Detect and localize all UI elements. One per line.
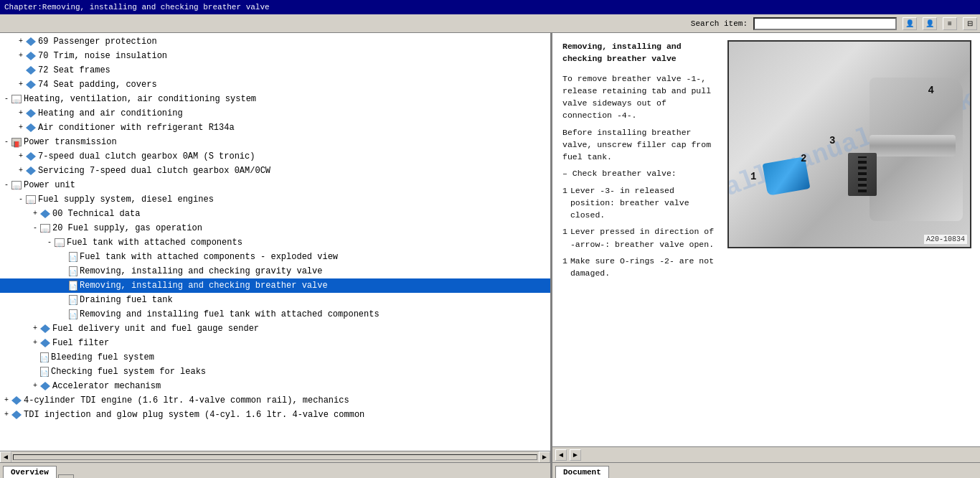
tree-item-13[interactable]: + 00 Technical data <box>0 207 550 221</box>
expander[interactable]: + <box>30 322 40 335</box>
doc-icon: 📄 <box>69 252 77 262</box>
tree-item-24[interactable]: 📄 Checking fuel system for leaks <box>0 365 550 379</box>
label-4: 4 <box>928 85 934 96</box>
left-hscroll[interactable]: ◄ ► <box>0 451 550 462</box>
expander[interactable]: + <box>1 394 11 407</box>
doc-icon: 📄 <box>69 281 77 291</box>
doc-nav-left[interactable]: ◄ <box>555 449 567 461</box>
tree-item-19[interactable]: 📄 Draining fuel tank <box>0 293 550 307</box>
tree-label: 4-cylinder TDI engine (1.6 ltr. 4-valve … <box>24 394 349 407</box>
doc-icon: 📄 <box>69 295 77 305</box>
tree-item-8[interactable]: - 📕 Power transmission <box>0 135 550 149</box>
tree-label: Heating, ventilation, air conditioning s… <box>24 93 256 106</box>
right-nav: ◄ ► <box>552 446 980 462</box>
left-panel: + 69 Passenger protection + 70 Trim, noi… <box>0 33 552 478</box>
expander[interactable]: + <box>16 121 26 134</box>
user-btn-1[interactable]: 👤 <box>903 17 917 30</box>
doc-item3-text: Make sure O-rings -2- are not damaged. <box>570 255 720 280</box>
expander[interactable]: + <box>16 78 26 91</box>
tab-empty[interactable] <box>58 474 74 478</box>
pipe-part <box>870 135 956 156</box>
tree-item-2[interactable]: + 70 Trim, noise insulation <box>0 49 550 63</box>
tree-label: Draining fuel tank <box>80 294 173 306</box>
doc-item3: 1 Make sure O-rings -2- are not damaged. <box>562 255 720 280</box>
expander[interactable]: + <box>16 35 26 48</box>
tree-label: TDI injection and glow plug system (4-cy… <box>24 408 364 421</box>
tree-label: Removing, installing and checking breath… <box>80 279 328 292</box>
expander[interactable]: + <box>30 380 40 393</box>
folder-icon <box>26 109 36 118</box>
expander[interactable]: - <box>1 93 11 106</box>
tree-label: Fuel delivery unit and fuel gauge sender <box>52 322 259 335</box>
tree-label: 69 Passenger protection <box>38 35 157 48</box>
toolbar: Search item: 👤 👤 ≡ ⊟ <box>0 14 980 33</box>
expander[interactable]: + <box>16 107 26 120</box>
expander[interactable]: - <box>1 179 11 192</box>
tree-item-12[interactable]: - 📖 Fuel supply system, diesel engines <box>0 192 550 207</box>
title-bar: Chapter:Removing, installing and checkin… <box>0 0 980 14</box>
tree-label: Heating and air conditioning <box>38 107 183 120</box>
doc-nav-right[interactable]: ► <box>570 449 581 461</box>
expander[interactable]: + <box>1 408 11 421</box>
tree-item-17[interactable]: 📄 Removing, installing and checking grav… <box>0 264 550 278</box>
tab-document[interactable]: Document <box>555 466 609 478</box>
user-btn-2[interactable]: 👤 <box>923 17 937 30</box>
tree-item-15[interactable]: - 📖 Fuel tank with attached components <box>0 235 550 250</box>
expander[interactable]: + <box>16 150 26 163</box>
tree-item-14[interactable]: - 📖 20 Fuel supply, gas operation <box>0 221 550 235</box>
title-text: Chapter:Removing, installing and checkin… <box>4 3 270 11</box>
folder-icon <box>26 167 36 175</box>
tree-item-26[interactable]: + 4-cylinder TDI engine (1.6 ltr. 4-valv… <box>0 393 550 408</box>
tree-label: Accelerator mechanism <box>52 380 161 393</box>
tree-item-25[interactable]: + Accelerator mechanism <box>0 379 550 393</box>
book-open-icon: 📖 <box>11 181 22 189</box>
tree-item-3[interactable]: 72 Seat frames <box>0 63 550 78</box>
tree-label: Removing, installing and checking gravit… <box>80 265 322 278</box>
folder-icon <box>40 339 50 347</box>
expander[interactable]: - <box>44 236 55 249</box>
tree-item-4[interactable]: + 74 Seat padding, covers <box>0 78 550 92</box>
expander[interactable]: - <box>30 222 40 235</box>
hscroll-right[interactable]: ► <box>539 451 550 463</box>
tree-item-23[interactable]: 📄 Bleeding fuel system <box>0 350 550 365</box>
menu-btn-2[interactable]: ⊟ <box>963 17 977 30</box>
right-panel: Removing, installing and checking breath… <box>552 33 980 478</box>
tree-item-1[interactable]: + 69 Passenger protection <box>0 34 550 49</box>
tech-image: allymanuals.co.uk 1 2 3 4 <box>727 40 971 248</box>
tree-item-11[interactable]: - 📖 Power unit <box>0 178 550 192</box>
tree-item-22[interactable]: + Fuel filter <box>0 336 550 350</box>
tree-item-27[interactable]: + TDI injection and glow plug system (4-… <box>0 408 550 422</box>
folder-icon <box>26 152 36 161</box>
search-input[interactable] <box>753 17 897 30</box>
expander[interactable]: - <box>16 193 26 206</box>
menu-btn-1[interactable]: ≡ <box>943 17 957 30</box>
folder-icon <box>26 80 36 89</box>
doc-item2: 1 Lever pressed in direction of -arrow-:… <box>562 225 720 250</box>
folder-icon <box>11 411 22 419</box>
tab-overview[interactable]: Overview <box>3 466 57 478</box>
doc-content: Removing, installing and checking breath… <box>552 33 980 446</box>
tree-item-20[interactable]: 📄 Removing and installing fuel tank with… <box>0 307 550 322</box>
tree-label: Fuel supply system, diesel engines <box>38 193 214 206</box>
expander[interactable]: + <box>16 50 26 62</box>
doc-icon: 📄 <box>40 352 49 362</box>
tree-item-18[interactable]: 📄 Removing, installing and checking brea… <box>0 278 550 293</box>
expander[interactable]: - <box>1 136 11 149</box>
tree-item-9[interactable]: + 7-speed dual clutch gearbox 0AM (S tro… <box>0 149 550 164</box>
expander[interactable]: + <box>30 337 40 350</box>
folder-icon <box>11 396 22 405</box>
tree-scroll[interactable]: + 69 Passenger protection + 70 Trim, noi… <box>0 33 550 451</box>
tree-item-6[interactable]: + Heating and air conditioning <box>0 106 550 121</box>
expander[interactable]: + <box>16 164 26 177</box>
folder-icon <box>26 123 36 132</box>
tree-item-10[interactable]: + Servicing 7-speed dual clutch gearbox … <box>0 164 550 178</box>
doc-icon: 📄 <box>40 367 49 377</box>
tree-item-7[interactable]: + Air conditioner with refrigerant R134a <box>0 121 550 135</box>
tree-item-16[interactable]: 📄 Fuel tank with attached components - e… <box>0 250 550 264</box>
hscroll-left[interactable]: ◄ <box>0 451 11 463</box>
expander[interactable]: + <box>30 207 40 220</box>
tree-label: Fuel filter <box>52 337 109 350</box>
tree-item-5[interactable]: - 📖 Heating, ventilation, air conditioni… <box>0 92 550 106</box>
doc-item2-num: 1 <box>562 225 567 250</box>
tree-item-21[interactable]: + Fuel delivery unit and fuel gauge send… <box>0 322 550 336</box>
